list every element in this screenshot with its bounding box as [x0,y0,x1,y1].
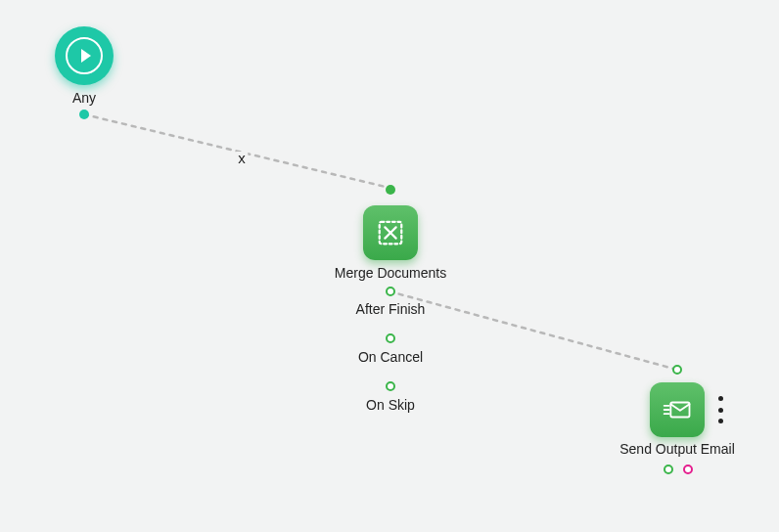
email-node-label: Send Output Email [619,440,735,458]
merge-port-on-skip-label: On Skip [366,396,415,414]
merge-port-after-finish[interactable] [386,287,395,296]
workflow-canvas[interactable]: Any x Merge Documents After Finish On Ca… [0,0,779,532]
merge-node-label: Merge Documents [335,264,446,282]
trigger-node-label: Any [72,89,96,107]
merge-port-on-skip[interactable] [386,381,395,391]
svg-line-1 [390,291,677,370]
trigger-output-port[interactable] [79,110,89,119]
email-output-port-2[interactable] [683,465,693,474]
trigger-node-any[interactable] [55,26,114,85]
merge-icon [376,218,405,247]
email-input-port[interactable] [672,365,682,375]
merge-port-after-finish-label: After Finish [356,300,426,318]
merge-port-on-cancel-label: On Cancel [358,348,423,366]
play-icon [66,37,103,74]
email-output-port-1[interactable] [664,465,673,474]
delete-connection-button[interactable]: x [236,152,248,165]
merge-input-port[interactable] [386,185,395,195]
email-node-menu-button[interactable] [713,396,727,423]
send-email-icon [663,395,692,424]
action-node-merge[interactable] [363,205,418,260]
action-node-email[interactable] [650,382,705,437]
merge-port-on-cancel[interactable] [386,333,395,343]
